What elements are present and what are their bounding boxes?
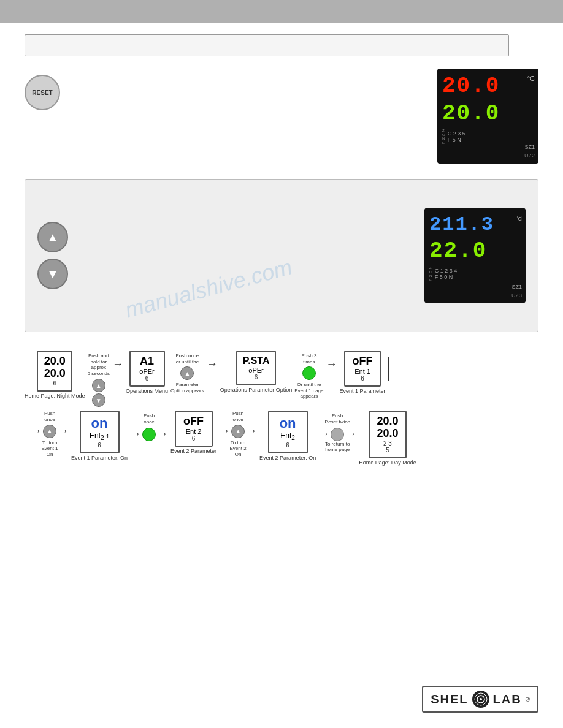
display2-top-number: 211.3 <box>429 213 494 236</box>
psta-top: P.STA <box>242 355 270 366</box>
off-ent1-sub: Ent 1 <box>350 368 375 375</box>
small-arrow-down-1[interactable]: ▼ <box>92 393 105 407</box>
display2-zone-numbers: C 1 2 3 4 F 5 0 N <box>435 268 458 280</box>
on-ent1-label: Event 1 Parameter: On <box>71 455 128 461</box>
flow-arrow-9: → <box>246 425 257 438</box>
off-ent1-num: 6 <box>350 375 375 382</box>
flow-box-home-night: 20.0 20.0 6 <box>37 351 72 392</box>
oper-num: 6 <box>136 375 159 382</box>
off-ent2-top: oFF <box>181 415 207 428</box>
oper-top: A1 <box>136 355 159 368</box>
flow-arrow-7: → <box>157 428 168 441</box>
oper-label: Operations Menu <box>126 388 168 394</box>
display1-zone-row: ZONE C 2 3 5 F 5 N <box>442 129 534 145</box>
psta-label: Operations Parameter Option <box>220 387 293 393</box>
on-ent2-label: Event 2 Parameter: On <box>259 455 316 461</box>
green-dot-2[interactable] <box>142 428 156 441</box>
display2-bottom-number: 22.0 <box>429 238 487 264</box>
flow-arrow-5: → <box>58 425 69 438</box>
display1-uz: UZ2 <box>524 153 535 159</box>
off-ent1-label: Event 1 Parameter <box>340 388 386 394</box>
push-once-ev2-label: Pushonce <box>232 411 243 422</box>
flow-arrow-3: → <box>326 358 337 371</box>
push-reset-label: PushReset twice <box>324 413 350 425</box>
flow-box-on-ent2: on Ent2 6 <box>268 411 308 453</box>
flow-arrow-8: → <box>219 425 230 438</box>
flow-arrow-6: → <box>130 428 141 441</box>
push-3-extra: Or until theEvent 1 pageappears <box>294 382 323 400</box>
on-ent2-top: on <box>274 415 302 431</box>
to-turn-ev2-label: To turnEvent 2On <box>230 440 247 458</box>
home-day-num: 2 3 <box>375 440 400 447</box>
push-hold-label: Push andhold forapprox5 seconds <box>88 353 110 376</box>
panel-box: ▲ ▼ °d 211.3 22.0 ZONE C 1 2 3 4 F 5 0 N… <box>25 179 538 332</box>
off-ent2-num: 6 <box>181 435 207 442</box>
section-1: RESET °C 20.0 20.0 ZONE C 2 3 5 F 5 N SZ… <box>25 69 538 167</box>
arrow-down-button[interactable]: ▼ <box>37 259 68 289</box>
on-ent2-sub: Ent2 <box>274 431 302 441</box>
info-box <box>25 34 509 56</box>
home-day-bottom: 20.0 <box>375 428 400 440</box>
small-arrow-up-4[interactable]: ▲ <box>231 425 245 438</box>
reset-button[interactable]: RESET <box>25 75 60 110</box>
push-3-label: Push 3times <box>301 353 316 365</box>
home-night-label: Home Page: Night Mode <box>25 393 85 399</box>
on-ent1-sub: Ent2 1 <box>86 431 113 441</box>
flow-box-oper: A1 oPEr 6 <box>129 351 165 387</box>
psta-num: 6 <box>242 374 270 381</box>
reset-label: RESET <box>32 89 52 96</box>
home-night-bottom: 20.0 <box>43 368 66 380</box>
flow-box-off-ent2: oFF Ent 2 6 <box>175 411 213 447</box>
off-ent2-label: Event 2 Parameter <box>170 448 216 454</box>
arrow-buttons: ▲ ▼ <box>37 222 68 289</box>
logo-reg: ® <box>526 696 530 703</box>
display1-sz: SZ1 <box>524 144 535 150</box>
display1-zone-label: ZONE <box>442 129 445 145</box>
flow-section: 20.0 20.0 6 Home Page: Night Mode Push a… <box>25 351 538 466</box>
svg-point-2 <box>480 698 482 700</box>
gray-dot-reset[interactable] <box>331 428 344 441</box>
flow-box-psta: P.STA oPEr 6 <box>236 351 276 385</box>
logo-text-2: LAB <box>493 692 522 707</box>
display2-top-row: 211.3 <box>429 213 521 236</box>
small-arrow-up-3[interactable]: ▲ <box>43 425 56 438</box>
display2-sz: SZ1 <box>511 284 522 290</box>
to-home-label: To return tohome page <box>325 441 350 453</box>
flow-arrow-4: → <box>31 425 42 438</box>
psta-sub: oPEr <box>242 366 270 374</box>
home-day-label: Home Page: Day Mode <box>359 460 416 466</box>
logo-circle <box>472 691 489 708</box>
off-ent2-sub: Ent 2 <box>181 428 207 435</box>
logo-text-1: SHEL <box>431 692 468 707</box>
to-turn-ev1-label: To turnEvent 1On <box>41 440 58 458</box>
oper-sub: oPEr <box>136 368 159 375</box>
display1-bottom-row: 20.0 <box>442 101 534 126</box>
logo-area: SHEL LAB ® <box>422 686 538 713</box>
push-once-label-2: ParameterOption appears <box>170 382 204 393</box>
display1-bottom-number: 20.0 <box>442 101 500 126</box>
push-once-green-label: Pushonce <box>144 413 155 425</box>
flow-arrow-1: → <box>112 358 123 371</box>
home-night-top: 20.0 <box>43 355 66 368</box>
off-ent1-top: oFF <box>350 355 375 368</box>
small-arrow-up-1[interactable]: ▲ <box>92 379 105 392</box>
display-unit-2: °d 211.3 22.0 ZONE C 1 2 3 4 F 5 0 N SZ1… <box>424 208 526 303</box>
flow-box-on-ent1: on Ent2 1 6 <box>80 411 120 453</box>
arrow-up-button[interactable]: ▲ <box>37 222 68 252</box>
vertical-line <box>388 357 389 381</box>
flow-box-home-day: 20.0 20.0 2 3 5 <box>369 411 407 458</box>
small-arrow-up-2[interactable]: ▲ <box>180 366 194 380</box>
display-unit-1: °C 20.0 20.0 ZONE C 2 3 5 F 5 N SZ1 UZ2 <box>437 69 538 164</box>
display2-zone-label: ZONE <box>429 266 432 282</box>
green-dot-1[interactable] <box>302 366 316 380</box>
display2-bottom-row: 22.0 <box>429 238 521 264</box>
display2-uz: UZ3 <box>511 292 522 298</box>
display2-unit-label: °d <box>515 214 522 222</box>
flow-arrow-11: → <box>345 428 356 441</box>
top-bar <box>0 0 563 23</box>
home-day-top: 20.0 <box>375 415 400 428</box>
home-day-num2: 5 <box>375 447 400 453</box>
flow-arrow-2: → <box>207 358 218 371</box>
display1-zone-numbers: C 2 3 5 F 5 N <box>448 131 465 143</box>
push-once-label-1: Push onceor until the <box>176 353 199 365</box>
